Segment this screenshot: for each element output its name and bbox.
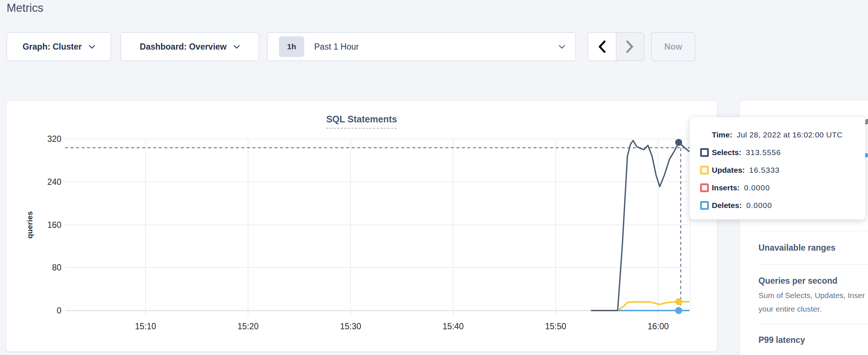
x-tick-label: 15:30 (340, 322, 361, 331)
tooltip-time-value: Jul 28, 2022 at 16:02:00 UTC (737, 130, 843, 139)
clipped-link-fragment (865, 153, 868, 157)
tooltip-series-label: Inserts: (712, 183, 740, 192)
legend-square-icon (700, 183, 709, 192)
tooltip-series-value: 0.0000 (746, 201, 772, 210)
series-line-updates (592, 302, 689, 311)
hover-dot-deletes (675, 307, 682, 314)
legend-square-icon (700, 201, 709, 210)
hover-dot-selects (675, 139, 682, 146)
x-tick-label: 15:40 (442, 322, 464, 331)
tooltip-series-row: Updates:16.5333 (690, 161, 865, 179)
tooltip-series-label: Deletes: (712, 201, 742, 210)
y-axis-title: queries (25, 211, 34, 239)
y-tick-label: 80 (52, 263, 61, 272)
y-tick-label: 0 (57, 306, 61, 315)
tooltip-series-row: Selects:313.5556 (690, 144, 865, 161)
tooltip-series-value: 313.5556 (746, 148, 781, 157)
tooltip-time-label: Time: (712, 130, 732, 139)
y-tick-label: 160 (47, 220, 61, 230)
legend-square-icon (700, 166, 709, 175)
tooltip-series-label: Selects: (712, 148, 742, 157)
tooltip-series-row: Deletes:0.0000 (690, 197, 865, 214)
x-tick-label: 15:50 (545, 322, 566, 331)
tooltip-series-row: Inserts:0.0000 (690, 179, 865, 197)
tooltip-time-row: Time: Jul 28, 2022 at 16:02:00 UTC (690, 126, 865, 144)
tooltip-series-value: 16.5333 (749, 166, 780, 175)
tooltip-series-value: 0.0000 (744, 183, 770, 192)
hover-dot-updates (675, 298, 682, 305)
tooltip-series-label: Updates: (712, 166, 745, 175)
x-tick-label: 15:10 (135, 322, 156, 331)
chart-hover-tooltip: Time: Jul 28, 2022 at 16:02:00 UTC Selec… (690, 117, 865, 219)
y-tick-label: 320 (47, 134, 61, 144)
x-tick-label: 16:00 (648, 322, 669, 331)
metrics-page: Metrics Graph: Cluster Dashboard: Overvi… (0, 0, 868, 355)
legend-square-icon (700, 148, 709, 157)
x-tick-label: 15:20 (237, 322, 259, 331)
series-line-selects (592, 140, 689, 311)
y-tick-label: 240 (47, 177, 61, 187)
